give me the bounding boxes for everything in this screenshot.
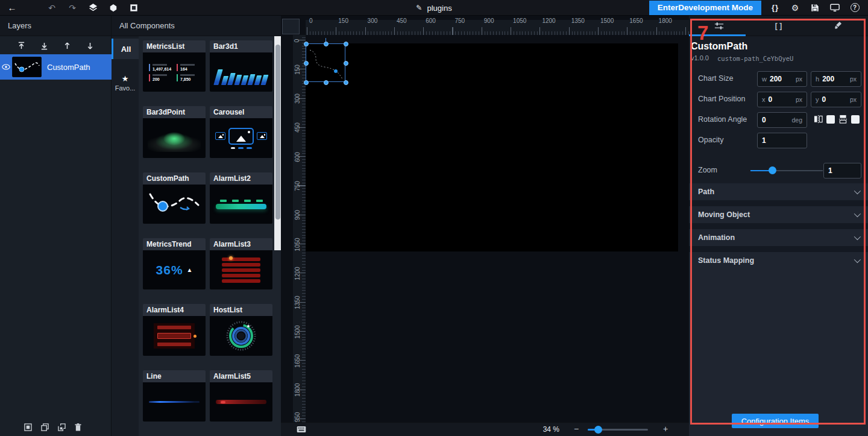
- selection-handle[interactable]: [344, 61, 348, 66]
- chart-height-input[interactable]: h200px: [811, 71, 861, 87]
- move-up-icon[interactable]: [60, 39, 74, 52]
- carousel-side-slide: [215, 132, 225, 140]
- ungroup-icon[interactable]: [58, 423, 66, 431]
- move-to-top-icon[interactable]: [14, 39, 28, 52]
- rotation-input[interactable]: 0deg: [757, 112, 807, 128]
- component-card-hostlist[interactable]: HostList: [210, 304, 272, 355]
- alarmlist2-thumbnail: [210, 185, 272, 224]
- component-zoom-slider-handle[interactable]: [769, 166, 776, 174]
- component-zoom-input[interactable]: 1: [823, 163, 861, 179]
- edit-title-icon[interactable]: ✎: [416, 4, 422, 12]
- chart-y-input[interactable]: y0px: [811, 92, 861, 107]
- v-ruler-label: 450: [292, 119, 302, 137]
- flip-vertical-icon[interactable]: [838, 115, 848, 124]
- component-card-title: AlarmList2: [210, 172, 272, 185]
- h-ruler-label: 1050: [513, 17, 526, 24]
- undo-icon[interactable]: ↶: [46, 2, 58, 14]
- canvas-zoom-slider-handle[interactable]: [594, 426, 602, 434]
- layer-visibility-eye-icon[interactable]: [2, 64, 10, 70]
- tab-favorites[interactable]: ★ Favo...: [112, 69, 139, 96]
- components-scrollbar[interactable]: [274, 36, 281, 250]
- tab-json[interactable]: [ ]: [749, 16, 808, 36]
- selection-handle[interactable]: [304, 80, 309, 85]
- save-icon[interactable]: [809, 2, 821, 14]
- component-card-alarmlist2[interactable]: AlarmList2: [210, 172, 272, 224]
- canvas-zoom-slider[interactable]: [588, 429, 648, 431]
- zoom-in-button[interactable]: +: [663, 424, 668, 434]
- alarm-line-highlight: [157, 333, 191, 339]
- component-card-line[interactable]: Line: [143, 370, 206, 422]
- tab-settings[interactable]: [689, 16, 749, 36]
- chart-x-input[interactable]: x0px: [757, 92, 807, 107]
- selection-handle[interactable]: [324, 80, 329, 85]
- component-card-metricslist[interactable]: MetricsList1,497,6141642007,850: [143, 40, 206, 92]
- selection-handle[interactable]: [304, 61, 309, 66]
- alarmlist4-thumbnail: [143, 316, 206, 355]
- section-path[interactable]: Path: [689, 183, 868, 200]
- section-animation[interactable]: Animation: [689, 229, 868, 246]
- layer-row-custompath[interactable]: CustomPath: [0, 54, 112, 80]
- component-card-metricstrend[interactable]: MetricsTrend36%▲: [143, 238, 206, 289]
- triangle: [260, 135, 265, 138]
- project-title-group[interactable]: ✎ plugins: [416, 0, 451, 16]
- move-to-bottom-icon[interactable]: [37, 39, 51, 52]
- component-card-custompath[interactable]: CustomPath: [143, 172, 206, 224]
- frame-tool-icon[interactable]: [128, 2, 140, 14]
- component-card-title: MetricsList: [143, 40, 206, 52]
- seg: [220, 200, 227, 202]
- inspector-tabs: [ ]: [689, 16, 868, 36]
- inspector-sections: PathMoving ObjectAnimationStatus Mapping: [689, 183, 868, 436]
- metric-cell: 7,850: [177, 74, 200, 81]
- redo-icon[interactable]: ↷: [66, 2, 78, 14]
- keyboard-shortcuts-icon[interactable]: [297, 426, 306, 433]
- flip-horizontal-icon[interactable]: [814, 115, 823, 124]
- selection-handle[interactable]: [324, 42, 329, 46]
- layers-tool-icon[interactable]: [87, 2, 99, 14]
- selection-handle[interactable]: [344, 42, 348, 46]
- selection-handle[interactable]: [304, 42, 309, 46]
- canvas-zoom-percent: 34 %: [530, 425, 559, 434]
- component-card-alarmlist5[interactable]: AlarmList5: [210, 370, 272, 422]
- tab-all[interactable]: All: [112, 39, 139, 59]
- seg: [256, 200, 263, 202]
- opacity-input[interactable]: 1: [757, 133, 807, 148]
- triangle: [236, 136, 246, 142]
- components-scrollbar-thumb[interactable]: [275, 45, 280, 220]
- gear-icon[interactable]: ⚙: [789, 2, 801, 14]
- group-icon[interactable]: [41, 423, 49, 431]
- alarm-row: [222, 268, 260, 272]
- preview-monitor-icon[interactable]: [829, 2, 841, 14]
- zoom-out-button[interactable]: −: [574, 424, 579, 434]
- configuration-items-button[interactable]: Configuration Items: [732, 414, 819, 428]
- star-icon: ★: [122, 74, 129, 83]
- v-ruler-label: 600: [292, 148, 302, 166]
- app-root: ← ↶ ↷ ✎ plugins EnterDevelopment Mode {}…: [0, 0, 868, 436]
- design-canvas[interactable]: [306, 43, 678, 251]
- enter-development-mode-button[interactable]: EnterDevelopment Mode: [649, 1, 761, 15]
- alarm-dot: [221, 401, 225, 403]
- move-down-icon[interactable]: [83, 39, 96, 52]
- tab-style[interactable]: [808, 16, 868, 36]
- selected-component-custompath[interactable]: [306, 43, 345, 82]
- component-card-bar3d1[interactable]: Bar3d1: [210, 40, 272, 92]
- component-card-alarmlist4[interactable]: AlarmList4: [143, 304, 206, 355]
- back-icon[interactable]: ←: [6, 2, 18, 14]
- delete-icon[interactable]: [75, 423, 81, 431]
- component-card-bar3dpoint[interactable]: Bar3dPoint: [143, 106, 206, 157]
- help-icon[interactable]: ?: [849, 2, 861, 14]
- v-ruler-label: 150: [292, 60, 302, 78]
- section-status-mapping[interactable]: Status Mapping: [689, 252, 868, 269]
- section-moving-object[interactable]: Moving Object: [689, 206, 868, 223]
- selection-handle[interactable]: [344, 80, 348, 85]
- code-icon[interactable]: {}: [769, 2, 781, 14]
- flip-vertical-checkbox[interactable]: [851, 115, 860, 124]
- component-zoom-slider[interactable]: [750, 170, 823, 171]
- canvas-area: 0150300450600750900105012001350150016501…: [281, 16, 689, 436]
- component-card-alarmlist3[interactable]: AlarmList3: [210, 238, 272, 289]
- tune-icon: [714, 22, 724, 30]
- flip-horizontal-checkbox[interactable]: [826, 115, 835, 124]
- component-card-carousel[interactable]: Carousel: [210, 106, 272, 157]
- chart-width-input[interactable]: w200px: [757, 71, 807, 87]
- frame-icon[interactable]: [24, 423, 32, 431]
- shape-tool-icon[interactable]: [107, 2, 119, 14]
